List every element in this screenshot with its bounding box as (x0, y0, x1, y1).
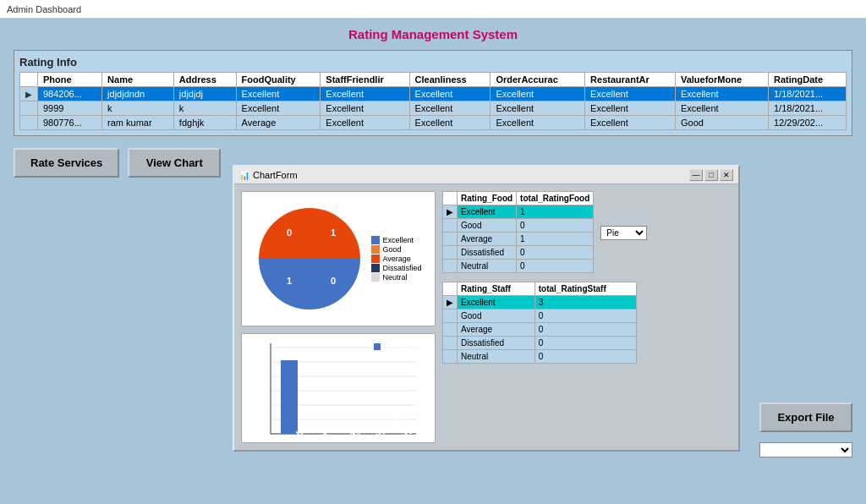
cell-date: 12/29/202... (769, 116, 847, 130)
svg-text:2: 2 (257, 383, 262, 393)
staff-row-value: 0 (534, 337, 636, 350)
food-table-box: Rating_Food total_RatingFood ▶ Excellent… (442, 191, 637, 275)
staff-row-value: 0 (534, 350, 636, 364)
staff-rating-col: Rating_Staff (458, 282, 535, 296)
staff-row-value: 0 (534, 323, 636, 337)
staff-row-arrow: ▶ (443, 296, 458, 310)
maximize-button[interactable]: □ (704, 169, 718, 181)
food-row-arrow (443, 233, 458, 246)
pie-chart-container: 1 1 0 0 Excellent Good (241, 191, 436, 326)
staff-rating-table: Rating_Staff total_RatingStaff ▶ Excelle… (442, 282, 637, 364)
table-row[interactable]: ▶ 984206... jdjdjdndn jdjdjdj Excellent … (20, 87, 847, 101)
staff-row-arrow (443, 350, 458, 364)
cell-clean: Excellent (409, 101, 491, 116)
legend-color-average (371, 255, 380, 263)
food-row-value: 0 (517, 246, 594, 260)
chart-modal-title: ChartForm (253, 170, 298, 180)
cell-date: 1/18/2021... (769, 87, 847, 101)
food-row-label: Excellent (458, 205, 517, 219)
cell-order: Excellent (491, 116, 585, 130)
staff-row-label: Average (458, 323, 535, 337)
col-restaurantambiance: RestaurantAr (585, 73, 676, 87)
food-table-header: Rating_Food total_RatingFood (443, 192, 594, 205)
staff-table-row[interactable]: Dissatisfied 0 (443, 337, 637, 350)
staff-row-arrow (443, 323, 458, 337)
view-chart-button[interactable]: View Chart (128, 148, 221, 178)
app-title: Rating Management System (14, 27, 852, 41)
svg-rect-24 (374, 343, 381, 350)
minimize-button[interactable]: — (689, 169, 703, 181)
food-row-label: Average (458, 233, 517, 246)
main-content: Rating Management System Rating Info Pho… (0, 19, 866, 186)
svg-text:3.5: 3.5 (254, 339, 266, 349)
legend-color-neutral (371, 273, 380, 282)
bar-chart-container: 3.5 3 2.5 2 1.5 1 0.5 (241, 333, 436, 443)
food-row-arrow (443, 260, 458, 273)
food-rating-table: Rating_Food total_RatingFood ▶ Excellent… (442, 191, 594, 273)
close-button[interactable]: ✕ (720, 169, 733, 181)
food-table-row[interactable]: ▶ Excellent 1 (443, 205, 594, 219)
food-rating-col: Rating_Food (458, 192, 517, 205)
cell-address: fdghjk (173, 116, 236, 130)
chart-type-area: Pie Bar (600, 224, 647, 240)
svg-text:3: 3 (257, 354, 262, 364)
table-header-row: Phone Name Address FoodQuality StaffFrie… (20, 73, 847, 87)
cell-address: jdjdjdj (173, 87, 236, 101)
rating-table: Phone Name Address FoodQuality StaffFrie… (19, 72, 847, 130)
table-row[interactable]: 9999 k k Excellent Excellent Excellent E… (20, 101, 847, 116)
legend-label-neutral: Neutral (382, 273, 407, 282)
bar-excellent (281, 360, 298, 434)
staff-table-row[interactable]: Neutral 0 (443, 350, 637, 364)
cell-name: k (102, 101, 174, 116)
cell-staff: Excellent (321, 87, 409, 101)
legend-label-excellent: Excellent (382, 236, 414, 244)
cell-restaurant: Excellent (585, 116, 676, 130)
cell-name: ram kumar (102, 116, 174, 130)
table-row[interactable]: 980776... ram kumar fdghjk Average Excel… (20, 116, 847, 130)
staff-table-row[interactable]: Good 0 (443, 310, 637, 323)
col-valueformoney: ValueforMone (675, 73, 768, 87)
cell-restaurant: Excellent (585, 101, 676, 116)
cell-food: Excellent (236, 101, 321, 116)
cell-food: Excellent (236, 87, 321, 101)
chart-modal-controls: — □ ✕ (689, 169, 733, 181)
svg-text:1: 1 (331, 227, 336, 238)
food-table-row[interactable]: Good 0 (443, 219, 594, 233)
staff-total-col: total_RatingStaff (534, 282, 636, 296)
export-file-button[interactable]: Export File (759, 403, 852, 432)
staff-table-row[interactable]: Average 0 (443, 323, 637, 337)
legend-good: Good (371, 245, 421, 254)
food-table-row[interactable]: Neutral 0 (443, 260, 594, 273)
cell-phone: 980776... (38, 116, 102, 130)
staff-table-box: Rating_Staff total_RatingStaff ▶ Excelle… (442, 282, 637, 364)
legend-neutral: Neutral (371, 273, 421, 282)
title-bar: Admin Dashboard (0, 0, 866, 19)
cell-phone: 9999 (38, 101, 102, 116)
legend-color-good (371, 245, 380, 254)
chart-type-select[interactable]: Pie Bar (600, 226, 647, 240)
col-name: Name (102, 73, 174, 87)
cell-restaurant: Excellent (585, 87, 676, 101)
rate-services-button[interactable]: Rate Services (14, 148, 119, 178)
cell-clean: Excellent (409, 116, 491, 130)
food-row-arrow: ▶ (443, 205, 458, 219)
row-arrow: ▶ (20, 87, 38, 101)
legend-excellent: Excellent (371, 236, 421, 244)
row-arrow (20, 101, 38, 116)
svg-text:Average: Average (332, 421, 365, 439)
col-arrow (20, 73, 38, 87)
staff-table-row[interactable]: ▶ Excellent 3 (443, 296, 637, 310)
svg-text:0: 0 (260, 428, 266, 438)
food-table-row[interactable]: Average 1 (443, 233, 594, 246)
pie-chart-svg: 1 1 0 0 (255, 204, 364, 314)
food-row-arrow (443, 219, 458, 233)
chart-right: Rating_Food total_RatingFood ▶ Excellent… (442, 191, 637, 443)
rating-info-box: Rating Info Phone Name Address FoodQuali… (14, 50, 852, 136)
cell-order: Excellent (491, 101, 585, 116)
cell-food: Average (236, 116, 321, 130)
export-format-select[interactable] (759, 442, 852, 457)
food-row-value: 0 (517, 219, 594, 233)
cell-staff: Excellent (321, 116, 409, 130)
food-table-row[interactable]: Dissatisfied 0 (443, 246, 594, 260)
col-ratingdate: RatingDate (769, 73, 847, 87)
